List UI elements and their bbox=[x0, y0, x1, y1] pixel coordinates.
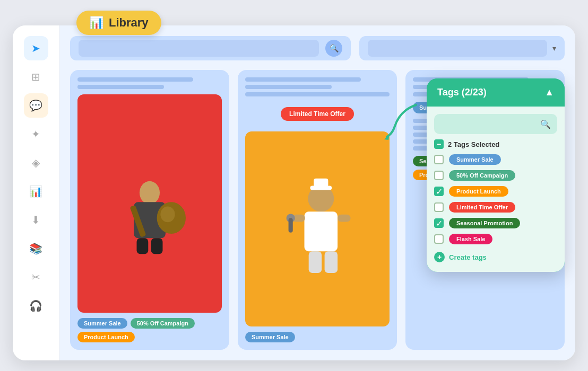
chevron-down-icon: ▾ bbox=[552, 44, 556, 52]
plus-icon: + bbox=[434, 252, 445, 262]
tag-row-seasonal: ✓ Seasonal Promotion bbox=[434, 218, 557, 228]
card-1-image bbox=[77, 94, 222, 313]
card-line bbox=[77, 85, 164, 89]
card-line bbox=[245, 77, 361, 82]
library-icon: 📊 bbox=[89, 16, 103, 30]
search-box[interactable]: 🔍 bbox=[70, 36, 351, 60]
books-icon: 📚 bbox=[29, 242, 42, 255]
tags-panel-header: Tags (2/23) ▲ bbox=[427, 78, 565, 107]
library-badge[interactable]: 📊 Library bbox=[76, 11, 161, 35]
filter-input-bg bbox=[368, 40, 547, 57]
connector-arrow bbox=[379, 100, 421, 142]
search-input-bg bbox=[79, 40, 319, 57]
tag-row-summer-sale: Summer Sale bbox=[434, 154, 557, 165]
sidebar-item-messages[interactable]: 💬 bbox=[24, 93, 48, 118]
card-2-header-lines bbox=[245, 77, 390, 96]
svg-point-4 bbox=[160, 206, 175, 222]
card-2-image bbox=[245, 131, 390, 326]
navigation-icon: ➤ bbox=[31, 42, 40, 55]
sidebar-item-library[interactable]: 📚 bbox=[24, 236, 48, 261]
tag-row-product-launch: ✓ Product Launch bbox=[434, 186, 557, 197]
tags-panel-title: Tags (2/23) bbox=[437, 87, 487, 98]
card-2: Limited Time Offer bbox=[238, 70, 397, 350]
tag-checkbox-flash-sale[interactable] bbox=[434, 234, 444, 244]
sidebar-item-network[interactable]: ✦ bbox=[24, 122, 48, 146]
svg-rect-14 bbox=[338, 215, 350, 222]
tag-row-limited-time: Limited Time Offer bbox=[434, 202, 557, 213]
support-icon: 🎧 bbox=[29, 299, 42, 312]
tag-summer-sale[interactable]: Summer Sale bbox=[77, 318, 127, 329]
card-line bbox=[245, 85, 332, 89]
tag-flash-sale-option[interactable]: Flash Sale bbox=[449, 234, 492, 244]
tag-row-flash-sale: Flash Sale bbox=[434, 234, 557, 244]
svg-rect-18 bbox=[325, 251, 338, 273]
tags-search-box[interactable]: 🔍 bbox=[434, 114, 557, 134]
svg-rect-6 bbox=[137, 238, 149, 254]
tags-panel: Tags (2/23) ▲ 🔍 − 2 Tags Selected bbox=[427, 78, 565, 272]
offer-badge: Limited Time Offer bbox=[281, 107, 354, 121]
tag-summer-sale-2[interactable]: Summer Sale bbox=[245, 332, 295, 342]
card-1-header-lines bbox=[77, 77, 222, 89]
svg-point-1 bbox=[140, 181, 160, 205]
svg-rect-17 bbox=[309, 251, 322, 273]
tags-search-icon: 🔍 bbox=[540, 119, 551, 129]
tags-panel-chevron-icon[interactable]: ▲ bbox=[544, 87, 554, 98]
chat-icon: 💬 bbox=[29, 99, 42, 112]
main-container: ➤ ⊞ 💬 ✦ ◈ 📊 ⬇ 📚 ✂ bbox=[13, 25, 575, 360]
tag-limited-time-option[interactable]: Limited Time Offer bbox=[449, 202, 515, 213]
create-tags-label: Create tags bbox=[449, 253, 487, 261]
minus-icon[interactable]: − bbox=[434, 139, 444, 149]
svg-rect-7 bbox=[151, 238, 163, 254]
diamond-icon: ◈ bbox=[32, 156, 40, 169]
card-1-tags: Summer Sale 50% Off Campaign Product Lau… bbox=[77, 318, 222, 342]
card-2-tags: Summer Sale bbox=[245, 332, 390, 342]
sidebar: ➤ ⊞ 💬 ✦ ◈ 📊 ⬇ 📚 ✂ bbox=[13, 25, 59, 360]
download-icon: ⬇ bbox=[31, 214, 40, 226]
search-icon[interactable]: 🔍 bbox=[325, 40, 342, 57]
sidebar-item-download[interactable]: ⬇ bbox=[24, 208, 48, 232]
tag-checkbox-summer-sale[interactable] bbox=[434, 155, 444, 164]
tag-50-off[interactable]: 50% Off Campaign bbox=[131, 318, 195, 329]
tags-selected-label: − 2 Tags Selected bbox=[434, 139, 557, 149]
network-icon: ✦ bbox=[31, 128, 40, 140]
tag-checkbox-seasonal[interactable]: ✓ bbox=[434, 218, 444, 228]
sidebar-item-dashboard[interactable]: ⊞ bbox=[24, 65, 48, 89]
tag-row-50-off: 50% Off Campaign bbox=[434, 170, 557, 181]
sidebar-item-analytics[interactable]: 📊 bbox=[24, 179, 48, 204]
tag-checkbox-limited-time[interactable] bbox=[434, 202, 444, 212]
tools-icon: ✂ bbox=[31, 271, 40, 284]
grid-icon: ⊞ bbox=[31, 70, 40, 83]
svg-marker-19 bbox=[384, 134, 390, 140]
tag-checkbox-50-off[interactable] bbox=[434, 171, 444, 180]
tags-panel-body: 🔍 − 2 Tags Selected Summer Sale 50% O bbox=[427, 107, 565, 272]
svg-rect-16 bbox=[289, 218, 293, 233]
tag-seasonal-option[interactable]: Seasonal Promotion bbox=[449, 218, 520, 228]
search-row: 🔍 ▾ bbox=[70, 36, 565, 60]
svg-rect-12 bbox=[305, 211, 338, 251]
tag-product-launch[interactable]: Product Launch bbox=[77, 332, 135, 342]
tags-selected-text: 2 Tags Selected bbox=[448, 140, 499, 148]
card-line bbox=[77, 77, 193, 82]
sidebar-item-integrations[interactable]: ◈ bbox=[24, 151, 48, 175]
library-title: Library bbox=[109, 16, 149, 30]
create-tags-button[interactable]: + Create tags bbox=[434, 250, 557, 264]
filter-box[interactable]: ▾ bbox=[359, 36, 565, 60]
card-line bbox=[245, 92, 390, 96]
svg-rect-11 bbox=[314, 179, 328, 187]
card-1: Summer Sale 50% Off Campaign Product Lau… bbox=[70, 70, 229, 350]
tag-50-off-option[interactable]: 50% Off Campaign bbox=[449, 170, 515, 181]
tag-checkbox-product-launch[interactable]: ✓ bbox=[434, 187, 444, 196]
tag-product-launch-option[interactable]: Product Launch bbox=[449, 186, 508, 197]
chart-icon: 📊 bbox=[29, 185, 42, 198]
sidebar-item-tools[interactable]: ✂ bbox=[24, 265, 48, 289]
sidebar-item-navigation[interactable]: ➤ bbox=[24, 36, 48, 60]
content-area: 🔍 ▾ bbox=[59, 25, 575, 360]
tag-summer-sale-option[interactable]: Summer Sale bbox=[449, 154, 501, 165]
sidebar-item-support[interactable]: 🎧 bbox=[24, 294, 48, 318]
